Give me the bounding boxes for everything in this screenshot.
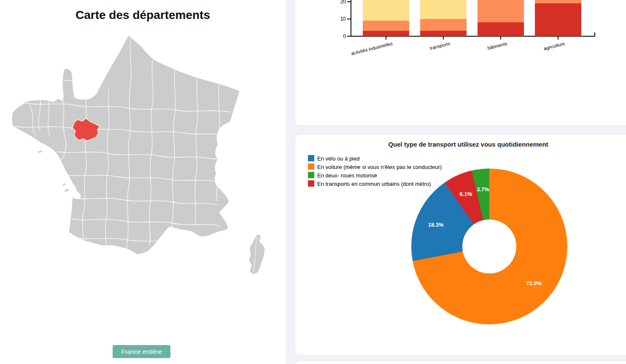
map-panel: Carte des départements	[0, 0, 286, 364]
bar-segment	[363, 31, 409, 36]
x-tick	[558, 37, 559, 40]
bar-segment	[535, 3, 581, 36]
bar-segment	[535, 0, 581, 3]
bar-segment	[478, 0, 524, 22]
x-tick	[500, 37, 501, 40]
y-axis-line	[351, 0, 351, 37]
y-tick	[347, 19, 351, 19]
y-tick	[347, 1, 351, 2]
legend-label: En deux- roues motorisé	[317, 172, 377, 179]
y-axis-tick-label: 10	[333, 16, 346, 22]
slice-percentage-label: 72.0%	[526, 280, 542, 286]
y-tick	[347, 36, 351, 37]
legend-label: En voiture (même si vous n'êtes pas le c…	[317, 164, 442, 170]
slice-percentage-label: 6.1%	[460, 190, 472, 197]
pie-chart-card: Quel type de transport utilisez vous quo…	[295, 135, 626, 355]
bar-segment	[420, 31, 467, 36]
bar-segment	[363, 21, 409, 31]
bar-segment	[420, 0, 467, 19]
x-axis-end-tick	[594, 32, 595, 37]
x-axis-category-label: bâtiments	[487, 41, 508, 51]
y-axis-tick-label: 0	[333, 33, 346, 39]
x-axis-category-label: agriculture	[543, 41, 565, 51]
france-entiere-button[interactable]: France entière	[113, 345, 170, 358]
x-axis-category-label: activités industrielles	[351, 41, 393, 56]
legend-label: En vélo ou à pied	[317, 155, 359, 162]
x-axis-category-label: transports	[429, 41, 451, 51]
legend-label: En transports en commun urbains (dont mé…	[317, 181, 431, 187]
x-tick	[443, 37, 444, 40]
corsica[interactable]	[249, 234, 265, 274]
bar-chart-card: activités industriellestransportsbâtimen…	[295, 0, 626, 125]
slice-percentage-label: 18.3%	[428, 222, 444, 228]
x-tick	[386, 37, 386, 40]
legend-color-swatch	[308, 180, 314, 187]
donut-hole	[462, 219, 516, 273]
legend-color-swatch	[308, 155, 314, 161]
france-departments-map[interactable]	[0, 0, 287, 295]
next-card-partial	[295, 361, 626, 364]
legend-color-swatch	[308, 172, 314, 178]
pie-chart-title: Quel type de transport utilisez vous quo…	[295, 141, 626, 148]
bar-segment	[420, 19, 467, 31]
y-axis-tick-label: 20	[333, 0, 346, 5]
legend-color-swatch	[308, 163, 314, 170]
bar-segment	[478, 22, 524, 36]
slice-percentage-label: 3.7%	[477, 186, 489, 192]
bar-segment	[363, 0, 409, 21]
